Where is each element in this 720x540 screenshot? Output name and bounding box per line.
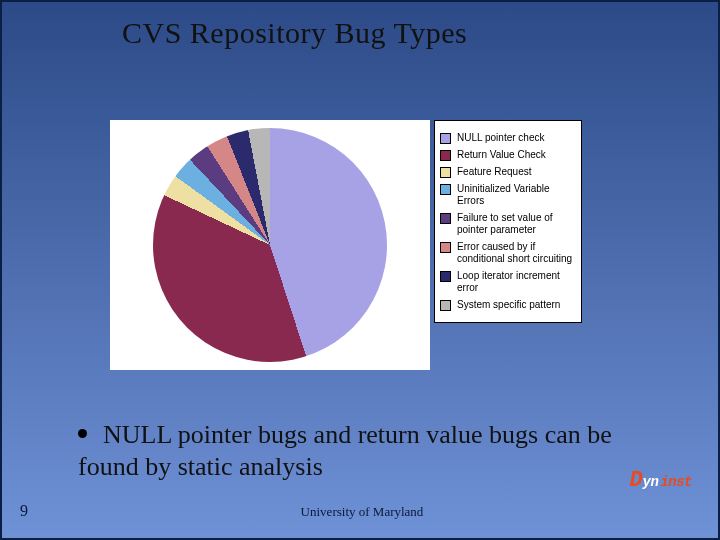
legend-swatch bbox=[440, 150, 451, 161]
legend-swatch bbox=[440, 300, 451, 311]
legend-swatch bbox=[440, 213, 451, 224]
legend-row: Return Value Check bbox=[440, 149, 576, 161]
legend-row: Loop iterator increment error bbox=[440, 270, 576, 294]
pie-chart-panel bbox=[110, 120, 430, 370]
legend-label: NULL pointer check bbox=[457, 132, 544, 144]
legend-swatch bbox=[440, 167, 451, 178]
legend-label: Uninitialized Variable Errors bbox=[457, 183, 576, 207]
legend-swatch bbox=[440, 242, 451, 253]
legend-label: Failure to set value of pointer paramete… bbox=[457, 212, 576, 236]
logo-yn: yn bbox=[643, 475, 659, 489]
legend-swatch bbox=[440, 184, 451, 195]
legend-row: Error caused by if conditional short cir… bbox=[440, 241, 576, 265]
legend-swatch bbox=[440, 133, 451, 144]
logo-inst: inst bbox=[660, 475, 692, 489]
legend-label: Return Value Check bbox=[457, 149, 546, 161]
legend-row: Uninitialized Variable Errors bbox=[440, 183, 576, 207]
bullet-item: NULL pointer bugs and return value bugs … bbox=[78, 418, 678, 483]
logo-d: D bbox=[629, 470, 642, 492]
bullet-text: NULL pointer bugs and return value bugs … bbox=[78, 420, 612, 481]
legend-row: System specific pattern bbox=[440, 299, 576, 311]
legend-row: NULL pointer check bbox=[440, 132, 576, 144]
page-title: CVS Repository Bug Types bbox=[122, 16, 718, 50]
legend-label: Error caused by if conditional short cir… bbox=[457, 241, 576, 265]
legend-row: Feature Request bbox=[440, 166, 576, 178]
legend-row: Failure to set value of pointer paramete… bbox=[440, 212, 576, 236]
dyninst-logo: Dyninst bbox=[629, 470, 692, 492]
pie-graphic bbox=[153, 128, 387, 362]
pie-chart bbox=[153, 128, 387, 362]
legend-swatch bbox=[440, 271, 451, 282]
footer-text: University of Maryland bbox=[2, 504, 720, 520]
bullet-dot-icon bbox=[78, 429, 87, 438]
legend-label: System specific pattern bbox=[457, 299, 560, 311]
legend-label: Loop iterator increment error bbox=[457, 270, 576, 294]
legend-label: Feature Request bbox=[457, 166, 532, 178]
chart-legend: NULL pointer checkReturn Value CheckFeat… bbox=[434, 120, 582, 323]
slide: CVS Repository Bug Types NULL pointer ch… bbox=[0, 0, 720, 540]
